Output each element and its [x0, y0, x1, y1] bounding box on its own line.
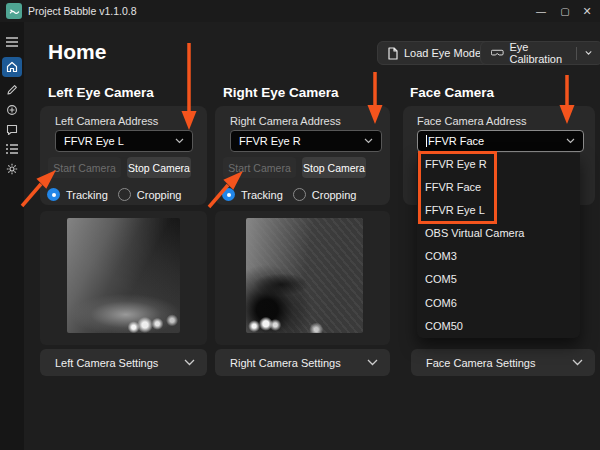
dropdown-option[interactable]: COM6: [417, 292, 580, 315]
sidebar-item-edit[interactable]: [0, 80, 24, 100]
right-cropping-radio[interactable]: [293, 188, 306, 201]
face-camera-settings-expander[interactable]: Face Camera Settings: [411, 349, 595, 376]
right-start-camera-button[interactable]: Start Camera: [223, 157, 296, 178]
right-camera-preview: [246, 218, 363, 333]
chevron-down-icon: [175, 138, 184, 144]
eye-calibration-label: Eye Calibration: [510, 41, 568, 65]
left-camera-settings-expander[interactable]: Left Camera Settings: [40, 349, 207, 376]
dropdown-option[interactable]: COM50: [417, 315, 580, 338]
file-icon: [388, 47, 398, 60]
left-tracking-radio[interactable]: [47, 188, 60, 201]
arrow-left-start: [22, 184, 41, 206]
dropdown-option[interactable]: COM5: [417, 268, 580, 291]
face-address-label: Face Camera Address: [417, 115, 526, 127]
sidebar-item-home[interactable]: [2, 57, 22, 77]
text-cursor: [426, 135, 427, 147]
left-cropping-radio[interactable]: [118, 188, 131, 201]
left-cropping-label: Cropping: [137, 189, 182, 201]
app-logo-icon: [6, 3, 22, 19]
left-eye-heading: Left Eye Camera: [48, 85, 154, 100]
minimize-button[interactable]: —: [530, 0, 552, 22]
menu-icon[interactable]: [0, 32, 24, 52]
face-address-select[interactable]: FFVR Face: [417, 130, 584, 152]
sidebar-item-logs[interactable]: [0, 139, 24, 159]
right-stop-camera-button[interactable]: Stop Camera: [302, 157, 366, 178]
right-tracking-label: Tracking: [241, 189, 283, 201]
eye-calibration-button[interactable]: Eye Calibration: [480, 41, 600, 65]
right-tracking-radio[interactable]: [222, 188, 235, 201]
left-tracking-label: Tracking: [66, 189, 108, 201]
close-button[interactable]: ✕: [576, 0, 598, 22]
right-address-label: Right Camera Address: [230, 115, 341, 127]
chevron-down-icon: [572, 359, 583, 366]
face-camera-settings-label: Face Camera Settings: [426, 357, 535, 369]
right-address-select[interactable]: FFVR Eye R: [230, 130, 382, 152]
sidebar: [0, 22, 24, 450]
right-address-value: FFVR Eye R: [239, 135, 301, 147]
sidebar-item-feedback[interactable]: [0, 120, 24, 140]
page-title: Home: [48, 40, 106, 64]
face-address-value: FFVR Face: [428, 135, 484, 147]
right-camera-settings-label: Right Camera Settings: [230, 357, 341, 369]
right-eye-heading: Right Eye Camera: [223, 85, 339, 100]
chevron-down-icon: [364, 138, 373, 144]
right-camera-settings-expander[interactable]: Right Camera Settings: [215, 349, 390, 376]
left-address-select[interactable]: FFVR Eye L: [55, 130, 193, 152]
chevron-down-icon: [566, 138, 575, 144]
face-heading: Face Camera: [410, 85, 494, 100]
vr-goggles-icon: [491, 48, 504, 58]
dropdown-option[interactable]: COM3: [417, 245, 580, 268]
left-start-camera-button[interactable]: Start Camera: [48, 157, 121, 178]
left-camera-preview: [67, 218, 180, 333]
chevron-down-icon[interactable]: [585, 50, 592, 56]
annotation-highlight-box: [418, 151, 497, 224]
left-address-value: FFVR Eye L: [64, 135, 124, 147]
left-stop-camera-button[interactable]: Stop Camera: [127, 157, 191, 178]
divider: [576, 47, 577, 60]
title-bar: Project Babble v1.1.0.8 — ▢ ✕: [0, 0, 600, 22]
load-eye-model-label: Load Eye Model: [404, 47, 484, 59]
window-title: Project Babble v1.1.0.8: [28, 0, 137, 22]
chevron-down-icon: [367, 359, 378, 366]
chevron-down-icon: [184, 359, 195, 366]
left-address-label: Left Camera Address: [55, 115, 158, 127]
load-eye-model-button[interactable]: Load Eye Model: [377, 41, 495, 65]
dropdown-option[interactable]: OBS Virtual Camera: [417, 222, 580, 245]
sidebar-item-tracking-algo[interactable]: [0, 100, 24, 120]
sidebar-item-settings[interactable]: [0, 159, 24, 179]
right-cropping-label: Cropping: [312, 189, 357, 201]
maximize-button[interactable]: ▢: [554, 0, 576, 22]
left-camera-settings-label: Left Camera Settings: [55, 357, 158, 369]
